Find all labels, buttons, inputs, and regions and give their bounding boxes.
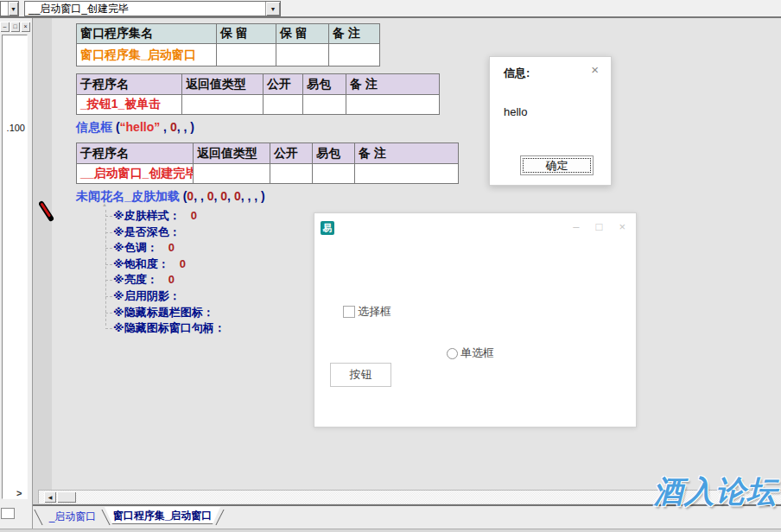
preview-button[interactable]: 按钮 bbox=[330, 363, 391, 387]
table-cell[interactable] bbox=[270, 164, 313, 184]
tree-arrow-icon: ▲ bbox=[102, 202, 107, 207]
message-dialog: 信息: × hello 确定 bbox=[489, 56, 612, 186]
table-header-row: 子程序名 返回值类型 公开 易包 备 注 bbox=[77, 74, 440, 95]
event-combo-value: __启动窗口_创建完毕 bbox=[25, 2, 265, 16]
dropdown-arrow-icon[interactable]: ▼ bbox=[8, 2, 18, 16]
left-dock-panel: – □ × .100 > bbox=[0, 18, 33, 532]
param-hint-item[interactable]: ※是否深色： bbox=[113, 225, 236, 241]
param-label: ※亮度： bbox=[113, 273, 158, 286]
toolbar: ▼ __启动窗口_创建完毕 ▼ bbox=[0, 0, 781, 18]
tab-program-set-active[interactable]: 窗口程序集_启动窗口 bbox=[105, 507, 220, 524]
param-hint-item[interactable]: ※启用阴影： bbox=[113, 288, 236, 305]
code-segment: 0 bbox=[207, 189, 214, 203]
param-hint-item[interactable]: ※隐藏标题栏图标： bbox=[113, 305, 236, 321]
close-icon[interactable]: × bbox=[21, 22, 30, 32]
param-hint-item[interactable]: ※饱和度：0 bbox=[113, 256, 236, 273]
expander-icon[interactable]: > bbox=[16, 488, 22, 498]
param-value: 0 bbox=[191, 209, 197, 222]
table-row: 窗口程序集_启动窗口 bbox=[77, 44, 380, 66]
code-segment: , , , ) bbox=[241, 189, 265, 203]
code-segment: , bbox=[160, 120, 170, 134]
panel-value-text: .100 bbox=[7, 123, 25, 133]
table-cell[interactable] bbox=[313, 164, 355, 184]
panel-content: .100 > bbox=[2, 35, 28, 499]
close-icon[interactable]: × bbox=[591, 62, 599, 77]
ok-button[interactable]: 确定 bbox=[520, 155, 594, 175]
window-controls: – □ × bbox=[573, 220, 625, 233]
param-hint-item[interactable]: ※隐藏图标窗口句柄： bbox=[113, 320, 236, 337]
table-row: __启动窗口_创建完毕 bbox=[77, 164, 459, 184]
radio-control[interactable]: 单选框 bbox=[447, 345, 494, 361]
column-header: 保 留 bbox=[217, 24, 276, 44]
checkbox-box[interactable] bbox=[343, 306, 355, 318]
minimize-icon[interactable]: – bbox=[0, 22, 10, 32]
param-label: ※隐藏标题栏图标： bbox=[113, 306, 214, 319]
column-header: 公开 bbox=[270, 143, 313, 164]
table-cell[interactable] bbox=[264, 95, 303, 115]
code-segment: , bbox=[227, 189, 234, 203]
object-combo-value bbox=[1, 2, 8, 16]
tab-startup-window[interactable]: _启动窗口 bbox=[41, 510, 104, 524]
param-value: 0 bbox=[168, 273, 175, 286]
scrollbar-thumb[interactable] bbox=[57, 491, 76, 503]
param-label: ※启用阴影： bbox=[113, 289, 181, 302]
table-header-row: 窗口程序集名 保 留 保 留 备 注 bbox=[77, 24, 380, 44]
object-combo[interactable]: ▼ bbox=[0, 1, 19, 16]
column-header: 返回值类型 bbox=[194, 143, 270, 164]
minimize-icon[interactable]: – bbox=[573, 220, 579, 233]
subroutine-name-cell[interactable]: _按钮1_被单击 bbox=[77, 95, 182, 115]
column-header: 易包 bbox=[313, 143, 355, 164]
code-segment: 未闻花名_皮肤加载 bbox=[76, 189, 180, 203]
column-header: 窗口程序集名 bbox=[77, 24, 217, 44]
maximize-icon[interactable]: □ bbox=[10, 22, 20, 32]
param-label: ※皮肤样式： bbox=[113, 209, 181, 222]
program-set-table: 窗口程序集名 保 留 保 留 备 注 窗口程序集_启动窗口 bbox=[76, 23, 380, 66]
close-icon[interactable]: × bbox=[619, 220, 625, 233]
table-cell[interactable] bbox=[355, 164, 459, 184]
column-header: 子程序名 bbox=[77, 74, 182, 95]
param-hint-list: ※皮肤样式：0 ※是否深色： ※色调：0 ※饱和度：0 ※亮度：0 ※启用阴影： bbox=[113, 208, 236, 337]
radio-label: 单选框 bbox=[460, 345, 494, 361]
code-line-msgbox[interactable]: 信息框 (“hello” , 0, , ) bbox=[76, 120, 194, 136]
code-segment: 0 bbox=[170, 120, 177, 134]
code-segment: 信息框 bbox=[76, 120, 112, 134]
param-label: ※隐藏图标窗口句柄： bbox=[113, 321, 225, 334]
table-cell[interactable] bbox=[194, 164, 270, 184]
epl-logo-icon: 易 bbox=[321, 221, 334, 235]
code-segment: 0 bbox=[234, 189, 241, 203]
maximize-icon[interactable]: □ bbox=[596, 220, 603, 233]
table-cell[interactable] bbox=[329, 44, 380, 66]
form-preview-window: 易 – □ × 选择框 单选框 按钮 bbox=[314, 212, 637, 428]
table-cell[interactable] bbox=[276, 44, 329, 66]
panel-window-buttons: – □ × bbox=[0, 22, 30, 32]
dropdown-arrow-icon[interactable]: ▼ bbox=[265, 2, 280, 16]
subroutine-table: 子程序名 返回值类型 公开 易包 备 注 _按钮1_被单击 bbox=[76, 73, 440, 115]
checkbox-label: 选择框 bbox=[358, 304, 391, 320]
table-cell[interactable] bbox=[182, 95, 264, 115]
column-header: 备 注 bbox=[329, 24, 380, 44]
table-cell[interactable] bbox=[217, 44, 276, 66]
checkbox-control[interactable]: 选择框 bbox=[343, 304, 391, 320]
subroutine-name-cell[interactable]: __启动窗口_创建完毕 bbox=[77, 164, 194, 184]
param-hint-item[interactable]: ※亮度：0 bbox=[113, 272, 236, 288]
program-set-name-cell[interactable]: 窗口程序集_启动窗口 bbox=[77, 44, 217, 66]
radio-circle[interactable] bbox=[447, 348, 458, 359]
table-cell[interactable] bbox=[303, 95, 346, 115]
column-header: 备 注 bbox=[355, 143, 459, 164]
param-hint-item[interactable]: ※皮肤样式：0 bbox=[113, 208, 236, 225]
param-label: ※色调： bbox=[113, 241, 158, 254]
tree-line bbox=[105, 210, 106, 326]
scroll-left-icon[interactable]: ◀ bbox=[44, 491, 56, 503]
code-segment: ( bbox=[112, 120, 120, 134]
editor-margin bbox=[33, 18, 52, 504]
param-hint-item[interactable]: ※色调：0 bbox=[113, 240, 236, 256]
pen-icon bbox=[39, 200, 54, 225]
column-header: 返回值类型 bbox=[182, 74, 264, 95]
column-header: 子程序名 bbox=[77, 143, 194, 164]
code-segment: , , bbox=[194, 189, 207, 203]
table-cell[interactable] bbox=[346, 95, 440, 115]
code-segment: 0 bbox=[220, 189, 227, 203]
code-segment: , , ) bbox=[177, 120, 194, 134]
column-header: 公开 bbox=[264, 74, 303, 95]
event-combo[interactable]: __启动窗口_创建完毕 ▼ bbox=[24, 1, 281, 16]
